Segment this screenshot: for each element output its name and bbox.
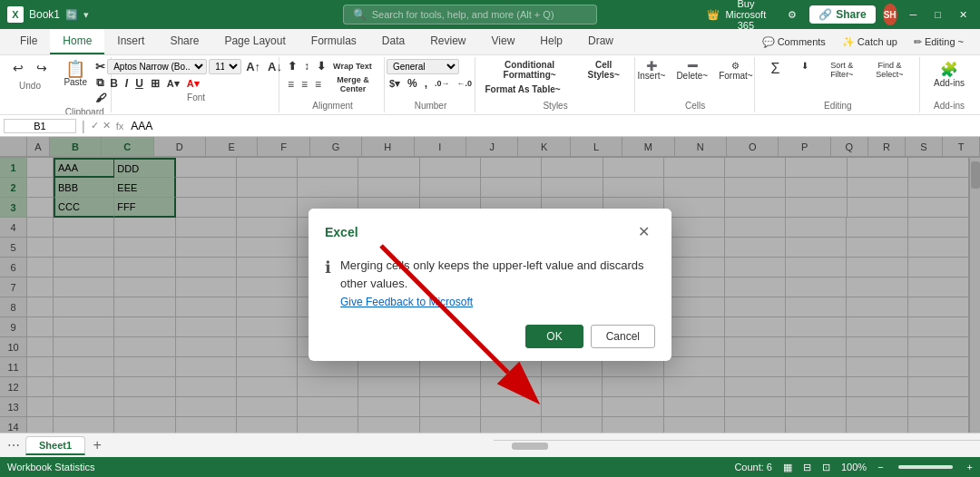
restore-button[interactable]: □ bbox=[929, 7, 946, 22]
font-group-label: Font bbox=[187, 92, 205, 102]
tab-help[interactable]: Help bbox=[527, 29, 575, 54]
paste-button[interactable]: 📋 Paste bbox=[60, 59, 91, 89]
feedback-link[interactable]: Give Feedback to Microsoft bbox=[340, 296, 655, 308]
tab-review[interactable]: Review bbox=[417, 29, 478, 54]
editing-group: Σ ⬇ Sort & Filter~ Find & Select~ Editin… bbox=[757, 57, 920, 112]
ok-button[interactable]: OK bbox=[525, 325, 583, 348]
scroll-sheets-left[interactable]: ⋯ bbox=[4, 436, 24, 454]
align-center-button[interactable]: ≡ bbox=[299, 74, 310, 94]
number-group: General $▾ % , .0→ ←.0 Number bbox=[387, 57, 475, 112]
italic-button[interactable]: I bbox=[122, 76, 131, 91]
font-size-select[interactable]: 11 bbox=[209, 59, 241, 74]
redo-button[interactable]: ↪ bbox=[31, 59, 53, 77]
share-button[interactable]: 🔗 Share bbox=[809, 5, 875, 24]
sheet-tabs: ⋯ Sheet1 + bbox=[0, 433, 494, 457]
name-box[interactable]: B1 bbox=[4, 119, 76, 133]
view-layout-icon[interactable]: ⊟ bbox=[803, 462, 811, 473]
info-icon: ℹ bbox=[325, 258, 331, 277]
format-icon: ⚙ bbox=[731, 61, 740, 71]
align-left-button[interactable]: ≡ bbox=[285, 74, 297, 94]
tab-home[interactable]: Home bbox=[50, 29, 104, 54]
border-button[interactable]: ⊞ bbox=[148, 76, 162, 91]
font-name-select[interactable]: Aptos Narrow (Bo... bbox=[107, 59, 207, 74]
number-format-select[interactable]: General bbox=[387, 59, 459, 74]
currency-button[interactable]: $▾ bbox=[387, 76, 403, 91]
cell-styles-button[interactable]: Cell Styles~ bbox=[579, 59, 629, 81]
tab-formulas[interactable]: Formulas bbox=[299, 29, 369, 54]
align-top-button[interactable]: ⬆ bbox=[285, 59, 299, 73]
tab-page-layout[interactable]: Page Layout bbox=[211, 29, 298, 54]
percent-button[interactable]: % bbox=[405, 76, 420, 91]
function-wizard-button[interactable]: ✓ bbox=[91, 120, 99, 131]
close-button[interactable]: ✕ bbox=[954, 7, 973, 23]
minimize-button[interactable]: ─ bbox=[905, 7, 923, 22]
dialog-overlay: Excel ✕ ℹ Merging cells only keeps the u… bbox=[0, 137, 980, 433]
dialog-close-button[interactable]: ✕ bbox=[632, 221, 655, 242]
clipboard-group: 📋 Paste ✂ ⧉ 🖌 Clipboard bbox=[58, 57, 112, 112]
insert-cells-button[interactable]: ➕ Insert~ bbox=[634, 59, 670, 83]
tab-insert[interactable]: Insert bbox=[104, 29, 157, 54]
alignment-group-label: Alignment bbox=[312, 101, 352, 111]
dialog-buttons: OK Cancel bbox=[325, 321, 655, 348]
autosum-button[interactable]: Σ bbox=[762, 59, 789, 79]
fill-button[interactable]: ⬇ bbox=[791, 59, 818, 73]
formula-bar: B1 | ✓ ✕ fx bbox=[0, 115, 980, 137]
format-painter-button[interactable]: 🖌 bbox=[93, 91, 109, 105]
tab-draw[interactable]: Draw bbox=[575, 29, 626, 54]
sort-filter-button[interactable]: Sort & Filter~ bbox=[820, 59, 864, 81]
number-group-label: Number bbox=[415, 101, 447, 111]
add-sheet-button[interactable]: + bbox=[87, 435, 107, 455]
catch-up-button[interactable]: ✨ Catch up bbox=[837, 34, 903, 50]
zoom-out-icon[interactable]: − bbox=[877, 462, 883, 472]
bold-button[interactable]: B bbox=[107, 76, 121, 91]
align-right-button[interactable]: ≡ bbox=[312, 74, 324, 94]
delete-cells-button[interactable]: ➖ Delete~ bbox=[672, 59, 711, 83]
settings-button[interactable]: ⚙ bbox=[782, 7, 802, 23]
workbook-statistics[interactable]: Workbook Statistics bbox=[7, 462, 94, 472]
view-normal-icon[interactable]: ▦ bbox=[783, 462, 792, 473]
zoom-slider[interactable] bbox=[898, 465, 953, 469]
undo-button[interactable]: ↩ bbox=[7, 59, 29, 77]
tab-data[interactable]: Data bbox=[369, 29, 417, 54]
comma-button[interactable]: , bbox=[422, 76, 430, 91]
catchup-icon: ✨ bbox=[842, 36, 855, 48]
format-as-table-button[interactable]: Format As Table~ bbox=[483, 83, 564, 95]
increase-decimal-button[interactable]: .0→ bbox=[432, 76, 453, 91]
workbook-title: Book1 bbox=[29, 8, 60, 21]
decrease-decimal-button[interactable]: ←.0 bbox=[455, 76, 475, 91]
format-cells-button[interactable]: ⚙ Format~ bbox=[715, 59, 757, 83]
cancel-entry-button[interactable]: ✕ bbox=[103, 120, 111, 131]
fill-color-button[interactable]: A▾ bbox=[164, 77, 182, 91]
tab-view[interactable]: View bbox=[479, 29, 528, 54]
find-select-button[interactable]: Find & Select~ bbox=[866, 59, 914, 81]
view-break-icon[interactable]: ⊡ bbox=[822, 462, 830, 473]
merge-center-button[interactable]: Merge & Center bbox=[326, 74, 380, 94]
zoom-in-icon[interactable]: + bbox=[967, 462, 973, 472]
underline-button[interactable]: U bbox=[132, 76, 146, 91]
undo-group: ↩ ↪ Undo bbox=[4, 57, 56, 112]
buy-microsoft-button[interactable]: 👑 Buy Microsoft 365 bbox=[701, 0, 776, 33]
tab-share[interactable]: Share bbox=[157, 29, 211, 54]
cells-group: ➕ Insert~ ➖ Delete~ ⚙ Format~ Cells bbox=[637, 57, 755, 112]
align-middle-button[interactable]: ↕ bbox=[301, 59, 312, 73]
font-color-button[interactable]: A▾ bbox=[184, 77, 202, 91]
comments-button[interactable]: 💬 Comments bbox=[757, 34, 831, 50]
dialog-body: ℹ Merging cells only keeps the upper-lef… bbox=[309, 248, 671, 361]
align-bottom-button[interactable]: ⬇ bbox=[314, 59, 328, 73]
formula-input[interactable] bbox=[127, 120, 976, 132]
dialog-message: ℹ Merging cells only keeps the upper-lef… bbox=[325, 257, 655, 308]
fx-button[interactable]: fx bbox=[116, 121, 124, 131]
styles-group: Conditional Formatting~ Cell Styles~ For… bbox=[477, 57, 635, 112]
dialog-header: Excel ✕ bbox=[309, 209, 671, 248]
sheet-tab-sheet1[interactable]: Sheet1 bbox=[25, 436, 85, 455]
cancel-button[interactable]: Cancel bbox=[591, 325, 655, 348]
tab-file[interactable]: File bbox=[7, 29, 50, 54]
wrap-text-button[interactable]: Wrap Text bbox=[330, 59, 375, 73]
search-box[interactable]: 🔍 Search for tools, help, and more (Alt … bbox=[343, 5, 597, 24]
add-ins-button[interactable]: 🧩 Add-ins bbox=[930, 59, 968, 90]
autosave-indicator: 🔄 bbox=[65, 9, 78, 21]
horizontal-scrollbar[interactable] bbox=[494, 440, 980, 451]
increase-font-button[interactable]: A↑ bbox=[243, 59, 263, 74]
conditional-formatting-button[interactable]: Conditional Formatting~ bbox=[483, 59, 577, 81]
editing-button[interactable]: ✏ Editing ~ bbox=[908, 34, 969, 50]
